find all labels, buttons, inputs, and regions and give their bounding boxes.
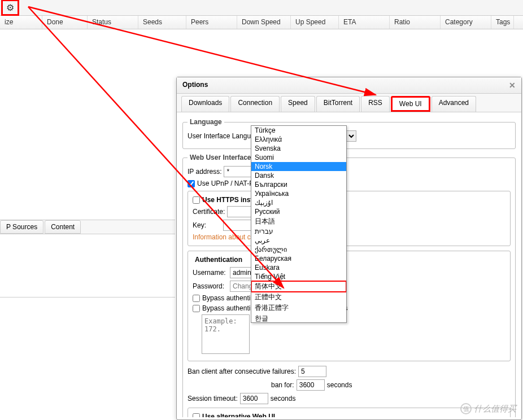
cert-label: Certificate: [193, 208, 225, 216]
column-header[interactable]: Tags [491, 16, 514, 29]
cert-info-link[interactable]: Information about certi [193, 233, 260, 241]
lang-option[interactable]: Euskara [251, 263, 346, 272]
gear-icon[interactable]: ⚙ [6, 3, 14, 12]
key-label: Key: [193, 221, 221, 229]
bottom-tabs: P Sources Content [0, 220, 175, 234]
tab-rss[interactable]: RSS [361, 96, 390, 112]
column-header[interactable]: Ratio [390, 16, 441, 29]
https-fieldset: Use HTTPS inst Certificate: Key: Informa… [188, 191, 511, 246]
lang-option[interactable]: ქართული [251, 245, 346, 254]
lang-option[interactable]: اۇزبېك [251, 198, 346, 207]
ban-label: Ban client after consecutive failures: [188, 368, 296, 375]
lang-option[interactable]: 한글 [251, 313, 346, 323]
column-header[interactable]: Seeds [138, 16, 186, 29]
ban-count-input[interactable] [298, 366, 326, 377]
lang-option[interactable]: عربي [251, 236, 346, 245]
column-header[interactable]: Down Speed [237, 16, 291, 29]
column-header[interactable]: Up Speed [291, 16, 339, 29]
banfor-input[interactable] [297, 379, 325, 391]
column-header[interactable]: ETA [339, 16, 390, 29]
options-dialog: Options ✕ DownloadsConnectionSpeedBitTor… [176, 77, 522, 420]
session-input[interactable] [240, 393, 268, 404]
lang-option[interactable]: Suomi [251, 153, 346, 162]
bypass-subnet-checkbox[interactable] [193, 305, 200, 312]
auth-legend: Authentication [193, 256, 245, 264]
dialog-body: Language User Interface Language: Web Us… [177, 112, 521, 417]
lang-option[interactable]: Български [251, 180, 346, 189]
https-checkbox[interactable] [193, 196, 200, 204]
tab-connection[interactable]: Connection [230, 96, 280, 112]
language-fieldset: Language User Interface Language: [182, 118, 516, 149]
banfor-unit: seconds [327, 381, 352, 389]
watermark-icon: 值 [460, 403, 472, 414]
altui-checkbox[interactable] [193, 413, 200, 418]
auth-fieldset: Authentication Username: Password: Bypas… [188, 251, 511, 361]
tab-content[interactable]: Content [45, 220, 81, 234]
torrent-list-columns: izeDoneStatusSeedsPeersDown SpeedUp Spee… [0, 16, 523, 29]
dialog-title: Options [182, 81, 208, 90]
lang-option[interactable]: Dansk [251, 171, 346, 180]
lang-option[interactable]: 正體中文 [251, 292, 346, 303]
language-dropdown-list[interactable]: TürkçeΕλληνικάSvenskaSuomiNorskDanskБълг… [251, 125, 347, 323]
lang-option[interactable]: Tiếng Việt [251, 272, 346, 281]
ip-label: IP address: [188, 168, 221, 176]
lang-option[interactable]: Русский [251, 207, 346, 216]
upnp-checkbox[interactable] [188, 180, 195, 187]
column-header[interactable]: Status [88, 16, 138, 29]
lang-option[interactable]: Svenska [251, 144, 346, 153]
column-header[interactable]: Category [441, 16, 491, 29]
bypass-local-checkbox[interactable] [193, 295, 200, 302]
tab-bittorrent[interactable]: BitTorrent [316, 96, 360, 112]
lang-option[interactable]: Türkçe [251, 126, 346, 135]
lang-option[interactable]: 日本語 [251, 216, 346, 227]
column-header[interactable]: Done [42, 16, 88, 29]
settings-button-highlight: ⚙ [1, 0, 19, 16]
dialog-tabs: DownloadsConnectionSpeedBitTorrentRSSWeb… [177, 94, 521, 112]
lang-option[interactable]: Ελληνικά [251, 135, 346, 144]
password-label: Password: [193, 282, 228, 290]
column-header[interactable]: ize [0, 16, 42, 29]
lang-option[interactable]: 香港正體字 [251, 303, 346, 313]
banfor-label: ban for: [271, 381, 294, 389]
altui-label: Use alternative Web UI [202, 413, 275, 417]
lang-option[interactable]: Norsk [251, 162, 346, 171]
lang-option[interactable]: Беларуская [251, 254, 346, 263]
lang-option[interactable]: 简体中文 [251, 281, 346, 292]
key-input[interactable] [223, 220, 251, 231]
tab-speed[interactable]: Speed [281, 96, 315, 112]
subnet-textarea[interactable] [202, 314, 250, 354]
language-legend: Language [188, 118, 224, 126]
tab-web-ui[interactable]: Web UI [391, 96, 430, 112]
username-label: Username: [193, 269, 228, 277]
https-label: Use HTTPS inst [202, 196, 252, 204]
lang-option[interactable]: Українська [251, 189, 346, 198]
tab-advanced[interactable]: Advanced [432, 96, 476, 112]
toolbar: ⚙ [0, 0, 523, 16]
session-label: Session timeout: [188, 395, 238, 403]
dialog-titlebar: Options ✕ [177, 77, 521, 94]
tab-http-sources[interactable]: P Sources [0, 220, 43, 234]
watermark: 值 什么值得买 [460, 403, 516, 414]
session-unit: seconds [271, 395, 296, 403]
close-icon[interactable]: ✕ [509, 81, 516, 90]
tab-downloads[interactable]: Downloads [181, 96, 229, 112]
webui-fieldset: Web User Interface (Re IP address: Use U… [182, 154, 516, 417]
lang-option[interactable]: עברית [251, 227, 346, 236]
watermark-text: 什么值得买 [474, 404, 516, 414]
column-header[interactable]: Peers [186, 16, 237, 29]
